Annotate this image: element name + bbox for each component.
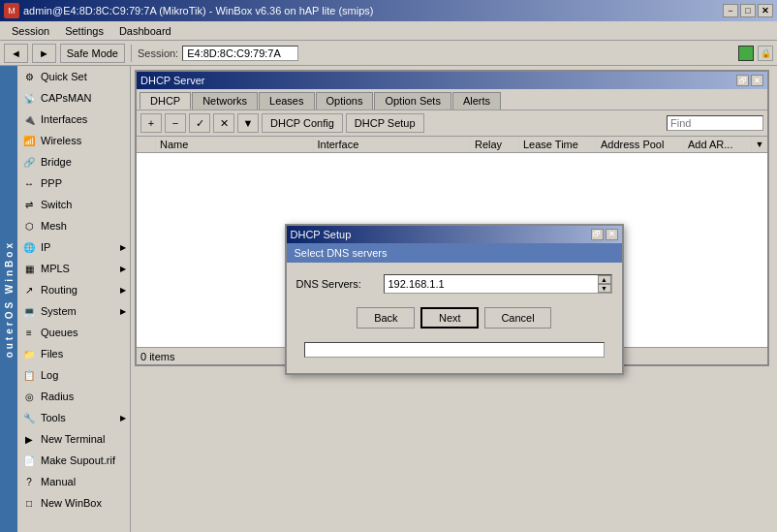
radius-icon: ◎ [21,389,37,404]
bridge-icon: 🔗 [21,154,37,170]
ppp-icon: ↔ [21,175,37,191]
sidebar-item-switch[interactable]: ⇌ Switch [17,194,130,215]
session-label: Session: [138,47,178,59]
menu-settings[interactable]: Settings [57,23,111,39]
sidebar-item-wireless[interactable]: 📶 Wireless [17,130,130,151]
queues-icon: ≡ [21,325,37,340]
dialog-title-text: DHCP Setup [291,229,352,240]
tab-dhcp[interactable]: DHCP [140,92,191,110]
sidebar-item-log[interactable]: 📋 Log [17,364,130,386]
sidebar-label-capsman: CAPsMAN [41,92,92,104]
forward-button[interactable]: ► [32,44,56,63]
main-toolbar: ◄ ► Safe Mode Session: E4:8D:8C:C9:79:7A… [0,41,777,66]
sidebar-label-new-terminal: New Terminal [41,433,105,445]
minimize-button[interactable]: − [723,4,738,17]
sidebar-label-manual: Manual [41,476,76,487]
lock-icon: 🔒 [758,46,773,61]
sidebar-item-manual[interactable]: ? Manual [17,471,130,492]
sidebar-item-ppp[interactable]: ↔ PPP [17,172,130,194]
menu-bar: Session Settings Dashboard [0,21,777,41]
sidebar-vertical-label: outerOS WinBox [0,66,17,532]
sidebar-label-radius: Radius [41,391,74,402]
spin-up-button[interactable]: ▲ [598,275,611,284]
ip-arrow: ▶ [120,243,126,252]
sidebar-item-files[interactable]: 📁 Files [17,343,130,364]
dhcp-setup-dialog: DHCP Setup 🗗 ✕ Select DNS servers DNS Se… [285,224,624,375]
mesh-icon: ⬡ [21,218,37,234]
title-bar-buttons: − □ ✕ [723,4,773,17]
dialog-progress-bar [304,342,605,358]
sidebar-item-bridge[interactable]: 🔗 Bridge [17,151,130,172]
sidebar-item-new-winbox[interactable]: □ New WinBox [17,492,130,514]
dns-spinner[interactable]: ▲ ▼ [598,275,611,293]
sidebar-item-mpls[interactable]: ▦ MPLS ▶ [17,258,130,279]
sidebar-label-ppp: PPP [41,177,62,189]
tools-icon: 🔧 [21,410,37,425]
sidebar-label-new-winbox: New WinBox [41,497,102,509]
status-indicator [738,46,754,61]
close-button[interactable]: ✕ [758,4,773,17]
next-button[interactable]: Next [420,307,479,329]
new-winbox-icon: □ [21,495,37,511]
sidebar-item-ip[interactable]: 🌐 IP ▶ [17,236,130,258]
sidebar-item-mesh[interactable]: ⬡ Mesh [17,215,130,236]
dialog-close-button[interactable]: ✕ [606,229,618,240]
sidebar-label-tools: Tools [41,412,66,423]
dialog-restore-button[interactable]: 🗗 [591,229,604,240]
ip-icon: 🌐 [21,239,37,255]
back-button[interactable]: Back [357,307,415,329]
sidebar-label-mesh: Mesh [41,220,67,232]
sidebar-item-tools[interactable]: 🔧 Tools ▶ [17,407,130,428]
sidebar-label-switch: Switch [41,199,72,210]
sidebar-item-make-supout[interactable]: 📄 Make Supout.rif [17,450,130,471]
sidebar-label-make-supout: Make Supout.rif [41,454,115,466]
sidebar-label-routing: Routing [41,284,78,296]
sidebar-item-radius[interactable]: ◎ Radius [17,386,130,407]
system-icon: 💻 [21,303,37,319]
sidebar-item-interfaces[interactable]: 🔌 Interfaces [17,109,130,130]
spin-down-button[interactable]: ▼ [598,284,611,293]
switch-icon: ⇌ [21,197,37,212]
toolbar-separator [131,45,132,62]
maximize-button[interactable]: □ [740,4,756,17]
sidebar-item-queues[interactable]: ≡ Queues [17,322,130,343]
dns-input[interactable] [385,275,598,293]
session-value: E4:8D:8C:C9:79:7A [182,46,298,61]
sidebar-label-queues: Queues [41,327,78,338]
back-button[interactable]: ◄ [4,44,28,63]
dns-field: DNS Servers: ▲ ▼ [296,274,612,294]
dialog-subtitle: Select DNS servers [287,243,622,263]
sidebar-item-quick-set[interactable]: ⚙ Quick Set [17,66,130,87]
cancel-button[interactable]: Cancel [484,307,550,329]
sidebar-content: ⚙ Quick Set 📡 CAPsMAN 🔌 Interfaces 📶 Wir… [17,66,130,514]
sidebar-brand-text: outerOS WinBox [4,240,15,358]
sidebar-item-new-terminal[interactable]: ▶ New Terminal [17,428,130,450]
dialog-overlay: DHCP Setup 🗗 ✕ Select DNS servers DNS Se… [131,66,777,532]
sidebar-item-system[interactable]: 💻 System ▶ [17,300,130,322]
routing-icon: ↗ [21,282,37,297]
make-supout-icon: 📄 [21,453,37,468]
sidebar-label-quick-set: Quick Set [41,71,87,82]
sidebar-label-wireless: Wireless [41,135,81,146]
sidebar-item-capsman[interactable]: 📡 CAPsMAN [17,87,130,109]
sidebar-label-ip: IP [41,241,50,253]
sidebar-item-routing[interactable]: ↗ Routing ▶ [17,279,130,300]
sidebar-label-system: System [41,305,77,317]
system-arrow: ▶ [120,307,126,316]
title-bar-left: M admin@E4:8D:8C:C9:79:7A (MikroTik) - W… [4,3,373,18]
sidebar-label-files: Files [41,348,63,360]
dns-input-wrap: ▲ ▼ [384,274,612,294]
interfaces-icon: 🔌 [21,111,37,127]
wireless-icon: 📶 [21,133,37,148]
tools-arrow: ▶ [120,414,126,422]
safe-mode-button[interactable]: Safe Mode [60,44,125,63]
menu-session[interactable]: Session [4,23,57,39]
menu-dashboard[interactable]: Dashboard [111,23,179,39]
sidebar-label-interfaces: Interfaces [41,113,87,125]
app-icon: M [4,3,19,18]
main-layout: outerOS WinBox ⚙ Quick Set 📡 CAPsMAN 🔌 I… [0,66,777,532]
dns-label: DNS Servers: [296,278,384,290]
mpls-arrow: ▶ [120,265,126,273]
log-icon: 📋 [21,367,37,383]
sidebar-label-log: Log [41,369,58,381]
